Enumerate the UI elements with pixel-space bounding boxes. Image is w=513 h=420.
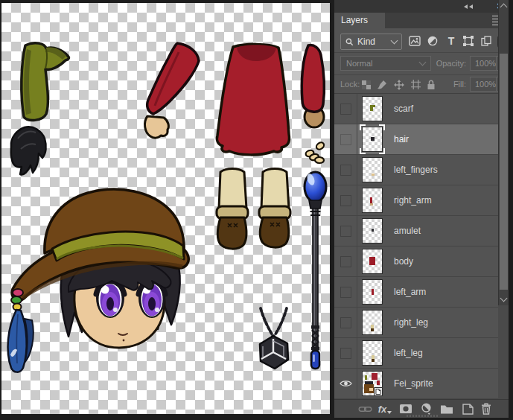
layer-name: Fei_sprite (394, 378, 433, 389)
layer-list: scarf hair left_fingers right_arm amulet… (334, 94, 509, 399)
visibility-toggle[interactable] (334, 124, 357, 154)
visibility-toggle-well[interactable] (340, 256, 351, 267)
visibility-toggle[interactable] (334, 246, 357, 276)
layer-name: hair (394, 134, 409, 144)
visibility-toggle-well[interactable] (340, 195, 351, 206)
sprite-left-arm (145, 43, 199, 138)
visibility-toggle-well[interactable] (340, 165, 351, 176)
layer-thumbnail-cell[interactable] (357, 127, 387, 152)
sprite-body (217, 44, 289, 155)
layer-row-amulet[interactable]: amulet (334, 216, 498, 246)
visibility-toggle-well[interactable] (340, 104, 351, 115)
link-layers-icon[interactable] (357, 402, 372, 416)
sprite-head (8, 189, 189, 372)
adjustment-layer-filter-icon[interactable] (426, 35, 439, 47)
layer-thumbnail[interactable] (362, 96, 383, 121)
delete-layer-icon[interactable] (479, 402, 494, 416)
sprite-fingers (305, 141, 325, 164)
visibility-toggle[interactable] (334, 338, 357, 368)
layer-thumbnail[interactable] (362, 218, 383, 244)
visibility-toggle[interactable] (334, 155, 357, 185)
layers-panel-toolbar: fx (334, 399, 509, 418)
canvas-area[interactable] (1, 3, 330, 414)
layer-row-right_leg[interactable]: right_leg (334, 308, 498, 338)
layer-thumbnail-cell[interactable] (357, 310, 387, 335)
visibility-toggle-well[interactable] (340, 287, 351, 298)
sprite-hat-beads (11, 289, 23, 311)
scroll-down-icon[interactable] (500, 295, 508, 302)
layer-row-left_leg[interactable]: left_leg (334, 338, 498, 369)
scrollbar-thumb[interactable] (500, 54, 508, 290)
add-layer-mask-icon[interactable] (398, 402, 413, 416)
scroll-up-icon[interactable] (500, 4, 508, 11)
smart-object-filter-icon[interactable] (479, 35, 493, 47)
layer-list-scrollbar[interactable] (498, 0, 509, 305)
new-layer-icon[interactable] (460, 402, 475, 416)
layer-thumbnail[interactable] (362, 310, 383, 335)
layer-row-hair[interactable]: hair (334, 124, 498, 155)
visibility-toggle[interactable] (334, 308, 357, 337)
shape-layer-filter-icon[interactable] (462, 35, 475, 47)
layer-thumbnail[interactable] (362, 340, 383, 366)
lock-label: Lock: (340, 80, 360, 89)
layer-name: body (394, 256, 413, 267)
layer-thumbnail-cell[interactable] (357, 279, 387, 305)
layer-thumbnail[interactable] (362, 279, 383, 305)
filter-kind-label: Kind (357, 36, 392, 47)
panel-tab-bar: Layers (334, 13, 509, 28)
lock-row: Lock: Fill: 100% (334, 75, 509, 94)
layer-thumbnail[interactable] (362, 188, 383, 213)
layer-row-right_arm[interactable]: right_arm (334, 185, 498, 216)
sprite-right-arm (302, 45, 324, 127)
panel-resize-gripper[interactable] (407, 415, 439, 417)
tab-layers[interactable]: Layers (334, 13, 385, 28)
layer-thumbnail-cell[interactable] (357, 157, 387, 182)
pixel-layer-filter-icon[interactable] (408, 35, 421, 47)
sprite-hair-tuft (11, 127, 46, 174)
visibility-toggle[interactable] (334, 277, 357, 307)
visibility-toggle[interactable] (334, 369, 357, 398)
lock-all-icon[interactable] (425, 79, 437, 90)
visibility-toggle-well[interactable] (340, 134, 351, 145)
layer-thumbnail-cell[interactable] (357, 96, 387, 121)
visibility-toggle-well[interactable] (340, 348, 351, 359)
type-layer-filter-icon[interactable]: T (445, 35, 458, 47)
lock-artboard-icon[interactable] (410, 79, 421, 90)
new-adjustment-layer-icon[interactable] (418, 402, 433, 416)
layer-thumbnail-cell[interactable] (357, 249, 387, 274)
layer-thumbnail-cell[interactable] (357, 218, 387, 244)
layer-thumbnail-cell[interactable] (357, 340, 387, 366)
layer-style-fx-icon[interactable]: fx (377, 402, 392, 416)
visibility-toggle-well[interactable] (340, 226, 351, 237)
collapse-panel-icon[interactable] (464, 4, 474, 9)
chevron-down-icon (391, 37, 398, 45)
lock-paint-icon[interactable] (376, 79, 388, 90)
layer-thumbnail-cell[interactable] (357, 188, 387, 213)
layer-name: right_leg (394, 317, 428, 328)
layer-name: right_arm (394, 195, 432, 206)
smart-object-badge-icon (374, 387, 383, 396)
layer-thumbnail[interactable] (362, 249, 383, 274)
layer-thumbnail-cell[interactable] (357, 371, 387, 396)
layer-row-left_fingers[interactable]: left_fingers (334, 155, 498, 185)
layer-thumbnail[interactable] (362, 371, 383, 396)
lock-transparency-icon[interactable] (360, 79, 372, 90)
layer-name: scarf (394, 104, 413, 114)
blend-mode-dropdown[interactable]: Normal (340, 56, 431, 71)
layer-row-Fei_sprite[interactable]: Fei_sprite (334, 369, 498, 399)
visibility-toggle-well[interactable] (340, 317, 351, 328)
visibility-toggle[interactable] (334, 216, 357, 246)
layer-row-left_arm[interactable]: left_arm (334, 277, 498, 308)
layer-thumbnail[interactable] (362, 127, 383, 152)
filter-kind-dropdown[interactable]: Kind (340, 34, 402, 50)
sprite-artwork (1, 3, 330, 414)
layer-row-body[interactable]: body (334, 246, 498, 277)
lock-move-icon[interactable] (393, 79, 405, 90)
visibility-toggle[interactable] (334, 94, 357, 124)
opacity-label: Opacity: (436, 59, 466, 68)
visibility-toggle[interactable] (334, 185, 357, 215)
layer-thumbnail[interactable] (362, 157, 383, 182)
fill-label: Fill: (453, 80, 466, 89)
layer-row-scarf[interactable]: scarf (334, 94, 498, 124)
new-group-icon[interactable] (439, 402, 454, 416)
